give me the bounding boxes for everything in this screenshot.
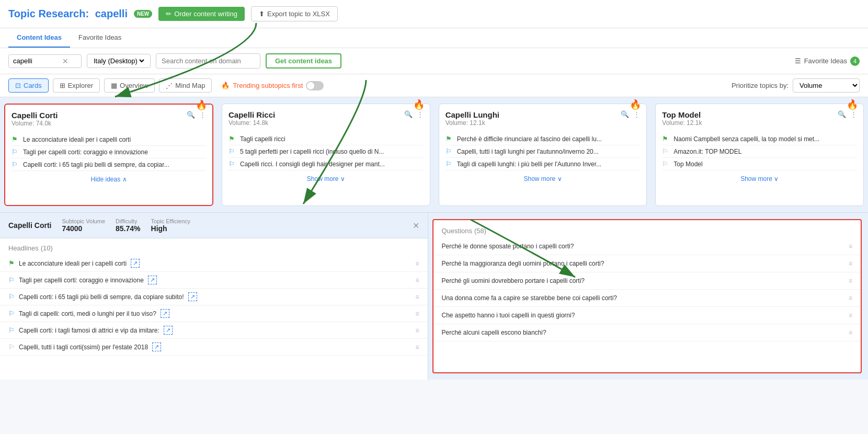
card-icons-2[interactable]: 🔍 ⋮ (404, 110, 424, 118)
card-item-3-1: ⚑ Perché è difficile rinunciare al fasci… (446, 133, 641, 145)
more-icon[interactable]: ⋮ (199, 111, 206, 119)
item-bookmark-icon: ⚐ (229, 160, 237, 168)
clear-keyword-icon[interactable]: ✕ (62, 57, 68, 65)
more-icon[interactable]: ⋮ (417, 110, 424, 118)
card-volume-3: Volume: 12.1k (446, 119, 499, 127)
question-menu-1[interactable]: ≡ (849, 243, 852, 250)
top-bar: Topic Research: capelli new ✏ Order cont… (0, 0, 868, 28)
card-capelli-lunghi[interactable]: 🔥 Capelli Lunghi Volume: 12.1k 🔍 ⋮ ⚑ Per… (439, 104, 647, 206)
question-menu-4[interactable]: ≡ (849, 294, 852, 302)
card-capelli-ricci[interactable]: 🔥 Capelli Ricci Volume: 14.8k 🔍 ⋮ ⚑ Tagl… (222, 104, 430, 206)
headline-link-icon-6[interactable]: ↗ (152, 342, 161, 351)
headline-item-1: ⚑ Le acconciature ideali per i capelli c… (0, 255, 428, 272)
trending-toggle[interactable] (306, 81, 324, 90)
tab-content-ideas[interactable]: Content Ideas (8, 28, 70, 48)
question-menu-6[interactable]: ≡ (849, 329, 852, 336)
prioritize-label: Prioritize topics by: (732, 82, 789, 89)
card-footer-1: Hide ideas ∧ (12, 175, 206, 183)
card-top-model[interactable]: 🔥 Top Model Volume: 12.1k 🔍 ⋮ ⚑ Naomi Ca… (655, 104, 864, 206)
card-item-4-3: ⚐ Top Model (662, 158, 857, 170)
card-header-2: Capelli Ricci Volume: 14.8k 🔍 ⋮ (229, 110, 424, 131)
headline-menu-5[interactable]: ≡ (415, 327, 419, 334)
more-icon[interactable]: ⋮ (850, 110, 857, 118)
question-menu-2[interactable]: ≡ (849, 260, 852, 267)
favorite-ideas-link[interactable]: ☰ Favorite Ideas 4 (795, 56, 860, 66)
new-badge: new (134, 10, 152, 18)
headline-menu-2[interactable]: ≡ (415, 277, 419, 284)
title-keyword: capelli (95, 8, 128, 19)
view-bar: ⊡ Cards ⊞ Explorer ▦ Overview ⋰ Mind Map… (0, 74, 868, 97)
card-icons-4[interactable]: 🔍 ⋮ (838, 110, 857, 118)
headline-link-icon-1[interactable]: ↗ (131, 259, 140, 268)
headline-icon-3: ⚐ (8, 293, 15, 301)
export-xlsx-button[interactable]: ⬆ Export topic to XLSX (251, 6, 338, 21)
view-explorer-button[interactable]: ⊞ Explorer (53, 78, 100, 93)
view-mindmap-button[interactable]: ⋰ Mind Map (159, 78, 212, 93)
search-bar: ✕ Italy (Desktop) Get content ideas ☰ Fa… (0, 48, 868, 74)
page-title: Topic Research: capelli (8, 8, 128, 20)
search-icon[interactable]: 🔍 (404, 110, 413, 118)
search-icon[interactable]: 🔍 (838, 110, 846, 118)
order-content-writing-button[interactable]: ✏ Order content writing (158, 7, 245, 21)
show-more-link-3[interactable]: Show more ∨ (523, 175, 562, 182)
detail-close-button[interactable]: ✕ (413, 221, 419, 231)
headline-item-4: ⚐ Tagli di capelli: corti, medi o lunghi… (0, 305, 428, 322)
card-icons-3[interactable]: 🔍 ⋮ (621, 110, 640, 118)
card-title-2: Capelli Ricci (229, 110, 275, 119)
question-item-3: Perché gli uomini dovrebbero portare i c… (433, 272, 861, 290)
card-title-1: Capelli Corti (12, 111, 58, 120)
view-cards-button[interactable]: ⊡ Cards (8, 78, 49, 93)
location-select[interactable]: Italy (Desktop) (92, 56, 146, 65)
show-more-link-4[interactable]: Show more ∨ (740, 175, 779, 182)
get-content-ideas-button[interactable]: Get content ideas (266, 53, 341, 68)
question-menu-3[interactable]: ≡ (849, 277, 852, 284)
tab-favorite-ideas[interactable]: Favorite Ideas (70, 28, 130, 48)
card-title-4: Top Model (662, 110, 702, 119)
questions-list: Perché le donne sposate portano i capell… (433, 238, 861, 341)
card-footer-3: Show more ∨ (446, 175, 641, 182)
headline-link-icon-2[interactable]: ↗ (148, 276, 157, 284)
headline-link-icon-3[interactable]: ↗ (188, 292, 197, 301)
headline-link-icon-5[interactable]: ↗ (164, 326, 173, 335)
card-icons-1[interactable]: 🔍 ⋮ (187, 111, 206, 119)
prioritize-select[interactable]: Volume Difficulty Topic Efficiency (793, 78, 860, 93)
card-item-1-2: ⚐ Tagli per capelli corti: coraggio e in… (12, 146, 206, 158)
question-menu-5[interactable]: ≡ (849, 312, 852, 319)
item-flag-icon: ⚑ (12, 135, 20, 143)
question-item-6: Perché alcuni capelli escono bianchi? ≡ (433, 324, 861, 341)
favorite-count-badge: 4 (850, 56, 860, 66)
cards-area: 🔥 Capelli Corti Volume: 74.0k 🔍 ⋮ ⚑ Le a… (0, 97, 868, 212)
headline-link-icon-4[interactable]: ↗ (161, 309, 169, 318)
trending-label: Trending subtopics first (233, 82, 303, 89)
card-header-3: Capelli Lunghi Volume: 12.1k 🔍 ⋮ (446, 110, 641, 131)
headline-menu-6[interactable]: ≡ (415, 344, 419, 351)
list-icon: ☰ (795, 57, 801, 65)
trending-fire-icon-2: 🔥 (413, 99, 425, 110)
card-header-1: Capelli Corti Volume: 74.0k 🔍 ⋮ (12, 111, 206, 131)
card-volume-4: Volume: 12.1k (662, 119, 702, 127)
headline-menu-3[interactable]: ≡ (415, 293, 419, 301)
item-bookmark-icon: ⚐ (12, 161, 20, 168)
location-select-wrap: Italy (Desktop) (87, 54, 151, 68)
show-more-link-2[interactable]: Show more ∨ (307, 175, 345, 182)
card-item-4-2: ⚐ Amazon.it: TOP MODEL (662, 145, 857, 158)
view-overview-button[interactable]: ▦ Overview (104, 78, 155, 93)
search-icon[interactable]: 🔍 (621, 110, 629, 118)
headline-menu-1[interactable]: ≡ (415, 260, 419, 267)
detail-area: Capelli Corti Subtopic Volume 74000 Diff… (0, 212, 868, 380)
trending-fire-icon-4: 🔥 (847, 99, 858, 110)
questions-section-title: Questions (58) (433, 220, 861, 238)
detail-header: Capelli Corti Subtopic Volume 74000 Diff… (0, 213, 428, 238)
card-title-3: Capelli Lunghi (446, 110, 499, 119)
domain-search-input[interactable] (156, 53, 260, 68)
keyword-input[interactable] (13, 57, 60, 65)
search-icon[interactable]: 🔍 (187, 111, 195, 119)
subtopic-volume-stat: Subtopic Volume 74000 (62, 218, 105, 233)
headlines-section-title: Headlines (10) (0, 238, 428, 255)
hide-ideas-link[interactable]: Hide ideas ∧ (90, 176, 127, 183)
explorer-icon: ⊞ (60, 82, 65, 89)
more-icon[interactable]: ⋮ (633, 110, 640, 118)
trending-fire-icon-3: 🔥 (630, 99, 641, 110)
headline-menu-4[interactable]: ≡ (415, 310, 419, 317)
card-capelli-corti[interactable]: 🔥 Capelli Corti Volume: 74.0k 🔍 ⋮ ⚑ Le a… (4, 104, 213, 206)
